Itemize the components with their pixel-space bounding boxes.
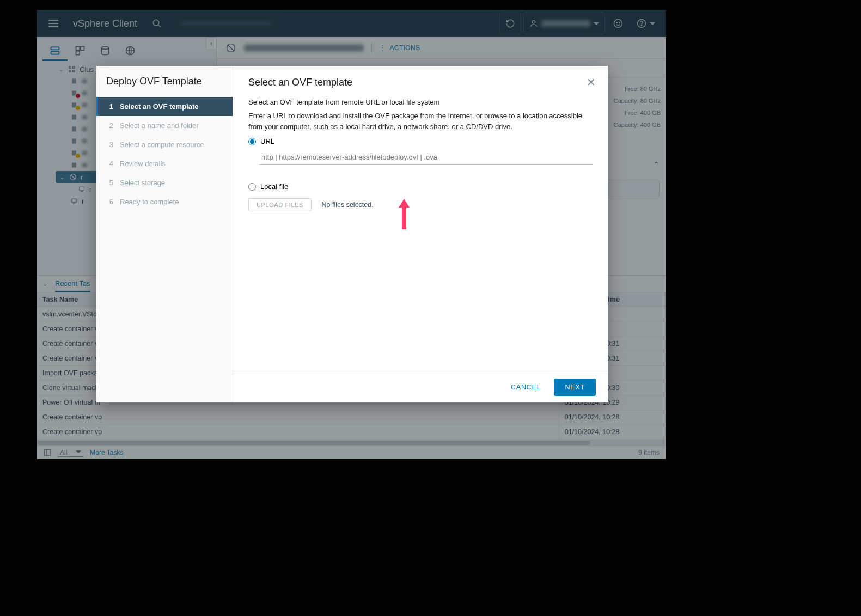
vsphere-client-app: vSphere Client: [37, 10, 666, 459]
wizard-title: Deploy OVF Template: [96, 76, 233, 97]
wizard-step: 2Select a name and folder: [96, 116, 233, 135]
close-icon[interactable]: ✕: [587, 76, 596, 89]
wizard-step: 4Review details: [96, 154, 233, 173]
no-files-label: No files selected.: [322, 201, 374, 209]
wizard-step: 3Select a compute resource: [96, 135, 233, 154]
deploy-ovf-modal: Deploy OVF Template 1Select an OVF templ…: [96, 66, 608, 402]
upload-files-button[interactable]: UPLOAD FILES: [248, 198, 312, 211]
next-button[interactable]: NEXT: [554, 379, 596, 396]
url-radio[interactable]: URL: [248, 137, 593, 145]
wizard-step: 6Ready to complete: [96, 192, 233, 211]
cancel-button[interactable]: CANCEL: [505, 379, 547, 395]
url-input[interactable]: [259, 150, 593, 165]
local-file-radio[interactable]: Local file: [248, 182, 593, 191]
wizard-step[interactable]: 1Select an OVF template: [96, 97, 233, 116]
step-description: Enter a URL to download and install the …: [248, 111, 593, 132]
wizard-steps: Deploy OVF Template 1Select an OVF templ…: [96, 66, 233, 402]
wizard-footer: CANCEL NEXT: [233, 371, 608, 402]
step-heading: Select an OVF template: [248, 77, 593, 88]
wizard-step: 5Select storage: [96, 173, 233, 192]
step-subtitle: Select an OVF template from remote URL o…: [248, 98, 593, 106]
